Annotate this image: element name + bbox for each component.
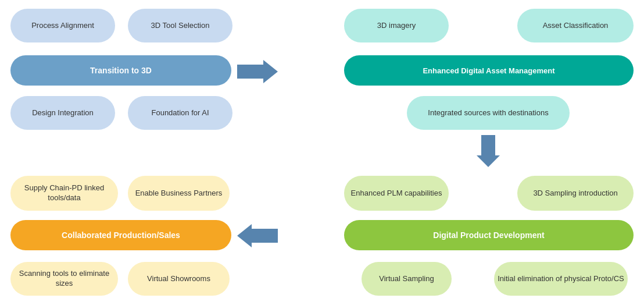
virtual-sampling-label: Virtual Sampling <box>379 274 434 284</box>
pill-integrated-sources: Integrated sources with destinations <box>407 96 570 130</box>
pill-enable-business: Enable Business Partners <box>128 176 230 211</box>
svg-marker-1 <box>477 135 500 167</box>
pill-virtual-sampling: Virtual Sampling <box>362 262 452 296</box>
diagram-container: Process Alignment 3D Tool Selection Tran… <box>0 0 644 305</box>
asset-classification-label: Asset Classification <box>543 21 609 31</box>
process-alignment-label: Process Alignment <box>31 21 94 31</box>
3d-tool-selection-label: 3D Tool Selection <box>151 21 210 31</box>
arrow-down-icon <box>477 135 500 167</box>
pill-asset-classification: Asset Classification <box>517 9 634 42</box>
pill-virtual-showrooms: Virtual Showrooms <box>128 262 230 296</box>
pill-supply-chain: Supply Chain-PD linked tools/data <box>10 176 118 211</box>
bar-transition-to-3d: Transition to 3D <box>10 55 231 86</box>
pill-foundation-ai: Foundation for AI <box>128 96 232 130</box>
enable-business-label: Enable Business Partners <box>135 189 223 198</box>
enhanced-digital-label: Enhanced Digital Asset Management <box>423 66 554 75</box>
foundation-ai-label: Foundation for AI <box>151 108 209 118</box>
supply-chain-label: Supply Chain-PD linked tools/data <box>10 183 118 203</box>
pill-enhanced-plm: Enhanced PLM capabilities <box>344 176 449 211</box>
bar-collaborated-production: Collaborated Production/Sales <box>10 220 231 250</box>
pill-process-alignment: Process Alignment <box>10 9 115 42</box>
bar-enhanced-digital: Enhanced Digital Asset Management <box>344 55 634 86</box>
arrow-right-top-icon <box>237 60 278 83</box>
pill-3d-tool-selection: 3D Tool Selection <box>128 9 232 42</box>
pill-3d-imagery: 3D imagery <box>344 9 449 42</box>
design-integration-label: Design Integration <box>32 108 94 118</box>
scanning-tools-label: Scanning tools to eliminate sizes <box>10 269 118 289</box>
pill-scanning-tools: Scanning tools to eliminate sizes <box>10 262 118 296</box>
initial-elimination-label: Initial elimination of physical Proto/CS <box>498 274 624 284</box>
3d-sampling-label: 3D Sampling introduction <box>533 189 617 198</box>
integrated-sources-label: Integrated sources with destinations <box>428 108 548 118</box>
enhanced-plm-label: Enhanced PLM capabilities <box>351 189 442 198</box>
arrow-left-bottom-icon <box>237 224 278 247</box>
svg-marker-2 <box>237 224 278 247</box>
virtual-showrooms-label: Virtual Showrooms <box>147 274 210 284</box>
collaborated-label: Collaborated Production/Sales <box>62 230 180 240</box>
pill-initial-elimination: Initial elimination of physical Proto/CS <box>494 262 628 296</box>
transition-label: Transition to 3D <box>90 66 152 75</box>
pill-design-integration: Design Integration <box>10 96 115 130</box>
bar-digital-product: Digital Product Development <box>344 220 634 250</box>
svg-marker-0 <box>237 60 278 83</box>
3d-imagery-label: 3D imagery <box>377 21 416 31</box>
pill-3d-sampling: 3D Sampling introduction <box>517 176 634 211</box>
digital-product-label: Digital Product Development <box>433 230 544 240</box>
